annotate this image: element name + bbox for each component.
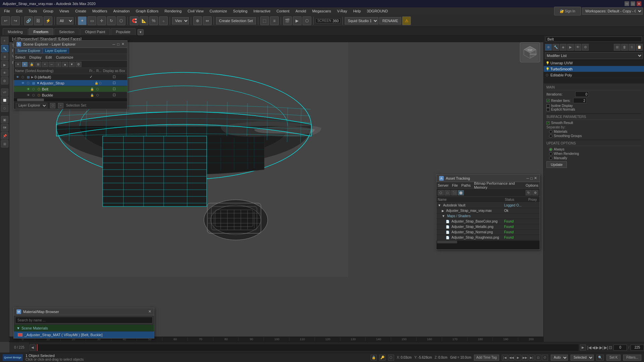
rp-motion-btn[interactable]: ▶ [567, 44, 574, 51]
se-footer-btn2[interactable]: + [58, 103, 63, 108]
menu-3dground[interactable]: 3DGROUND [364, 8, 391, 14]
smooth-result-checkbox[interactable]: ✓ [546, 121, 550, 125]
at-row-basecolor[interactable]: 📄 Adjuster_Strap_BaseColor.png Found [436, 219, 540, 224]
se-menu-edit[interactable]: Edit [46, 55, 52, 59]
btn-play[interactable]: ▶ [596, 345, 599, 350]
at-menu-options[interactable]: Options [526, 183, 538, 187]
scene-explorer-scrollbar[interactable] [14, 98, 127, 102]
menu-animation[interactable]: Animation [111, 8, 132, 14]
filter-dropdown[interactable]: All [57, 17, 73, 24]
sign-in-button[interactable]: 🔐 Sign In [554, 7, 581, 15]
se-btn-lock[interactable]: 🔒 [29, 62, 35, 67]
total-frames-input[interactable] [631, 345, 644, 351]
rp-util-btn[interactable]: ⚙ [582, 44, 589, 51]
scale-button[interactable]: ⬡ [117, 16, 125, 25]
spinner-snap-button[interactable]: ⬦ [159, 16, 168, 25]
at-menu-bitmap[interactable]: Bitmap Performance and Memory [474, 181, 522, 189]
se-tab-layer[interactable]: Layer Explorer [43, 48, 69, 54]
scene-explorer-button[interactable]: ≡ [270, 16, 279, 25]
iterations-input[interactable] [575, 92, 589, 97]
sidebar-hierarchy[interactable]: ⊕ [1, 53, 8, 60]
tab-options-button[interactable]: ▼ [138, 29, 144, 35]
menu-interactive[interactable]: Interactive [251, 8, 273, 14]
menu-customize[interactable]: Customize [207, 8, 230, 14]
timeline-next-btn[interactable]: ▶ [580, 345, 586, 351]
object-name-input[interactable] [546, 37, 642, 42]
layer-button[interactable]: ⬚ [260, 16, 269, 25]
pb-play[interactable]: ▶ [515, 355, 521, 361]
asset-tracking-scrollbar[interactable] [436, 241, 540, 244]
isoline-checkbox[interactable] [546, 104, 550, 108]
status-lock-button[interactable]: 🔒 [371, 355, 377, 361]
status-key-button[interactable]: 🔑 [379, 355, 385, 361]
menu-tools[interactable]: Tools [26, 8, 40, 14]
modifier-unwrap-uvw[interactable]: 💡 Unwrap UVW [544, 60, 644, 66]
snap-button[interactable]: 🧲 [130, 16, 139, 25]
se-btn-link[interactable]: ⊞ [35, 62, 41, 67]
scene-explorer-header[interactable]: S Scene Explorer - Layer Explorer ─ □ ✕ [14, 41, 127, 48]
rp-create-btn[interactable]: ⊕ [545, 44, 552, 51]
timeline-track[interactable] [37, 344, 579, 351]
menu-megascans[interactable]: Megascans [310, 8, 334, 14]
menu-file[interactable]: File [1, 8, 13, 14]
maximize-button[interactable]: □ [631, 1, 635, 6]
se-menu-customize[interactable]: Customize [56, 55, 73, 59]
menu-arnold[interactable]: Arnold [293, 8, 309, 14]
selected-dropdown[interactable]: Selected [571, 355, 594, 361]
materials-radio[interactable]: Materials [549, 130, 641, 133]
sidebar-align[interactable]: ⊞ [1, 140, 8, 147]
se-btn-collapse[interactable]: ─ [49, 62, 55, 67]
menu-modifiers[interactable]: Modifiers [90, 8, 110, 14]
explicit-normals-checkbox[interactable] [546, 108, 550, 111]
menu-help[interactable]: Help [351, 8, 364, 14]
mat-browser-item[interactable]: _Adjuster_Strap_MAT ( VRayMtl ) [Belt, B… [14, 331, 154, 338]
at-menu-file[interactable]: File [452, 183, 458, 187]
modifier-turbosmooth[interactable]: 💡 TurboSmooth [544, 66, 644, 72]
current-frame-input[interactable] [613, 345, 627, 351]
at-btn1[interactable]: ⬡ [438, 190, 444, 195]
bind-button[interactable]: ⚡ [44, 16, 52, 25]
render-setup-button[interactable]: 🎬 [283, 16, 292, 25]
smoothing-groups-radio[interactable]: Smoothing Groups [549, 134, 641, 138]
material-editor-button[interactable]: ⬡ [303, 16, 311, 25]
se-footer-btn1[interactable]: ⬡ [50, 103, 55, 108]
se-btn-up[interactable]: ▲ [62, 62, 68, 67]
rename-button[interactable]: RENAME [379, 17, 401, 24]
rp-copy-btn[interactable]: ⎘ [629, 44, 635, 51]
sidebar-create[interactable]: + [1, 37, 8, 44]
render-iters-input[interactable] [573, 98, 587, 103]
sidebar-material[interactable]: ▣ [1, 116, 8, 123]
modifier-list-dropdown[interactable]: Modifier List [545, 52, 643, 59]
close-button[interactable]: ✕ [637, 1, 641, 6]
se-menu-select[interactable]: Select [15, 55, 25, 59]
se-btn-filter[interactable]: ✦ [22, 62, 28, 67]
timeline-prev-btn[interactable]: ◀ [30, 345, 36, 351]
tab-modeling[interactable]: Modeling [3, 28, 28, 35]
at-row-max-file[interactable]: ▶ Adjuster_Strap_max_vray.max Ok [436, 208, 540, 214]
workspace-studio-dropdown[interactable]: Squid Studio 1 [345, 17, 378, 24]
btn-next[interactable]: ▶| [599, 345, 603, 350]
update-button[interactable]: Update [546, 161, 567, 168]
scene-explorer-close[interactable]: ✕ [121, 42, 124, 46]
menu-edit[interactable]: Edit [13, 8, 25, 14]
link-button[interactable]: 🔗 [24, 16, 33, 25]
create-selection-set-button[interactable]: Create Selection Set [216, 17, 256, 24]
at-row-roughness[interactable]: 📄 Adjuster_Strap_Roughness.png Found [436, 235, 540, 240]
btn-playback[interactable]: ⊡ [609, 345, 612, 350]
sidebar-viewport2[interactable]: ⬜ [1, 97, 8, 104]
sidebar-map[interactable]: 🗺 [1, 124, 8, 131]
pb-time[interactable]: ⏱ [542, 355, 548, 361]
angle-snap-button[interactable]: 📐 [140, 16, 148, 25]
asset-tracking-close[interactable]: ✕ [534, 176, 537, 180]
sidebar-snap[interactable]: 📌 [1, 132, 8, 139]
manually-radio[interactable]: Manually [549, 156, 641, 160]
at-menu-paths[interactable]: Paths [461, 183, 471, 187]
always-radio[interactable]: Always [549, 147, 641, 151]
rp-modify-btn[interactable]: 🔧 [552, 44, 559, 51]
rp-hier-btn[interactable]: ◈ [560, 44, 567, 51]
align-button[interactable]: ⊕ [193, 16, 202, 25]
unlink-button[interactable]: ⛓ [34, 16, 43, 25]
se-btn-sort[interactable]: ↕ [55, 62, 61, 67]
when-rendering-radio[interactable]: When Rendering [549, 152, 641, 156]
mat-browser-category[interactable]: ▼ Scene Materials [14, 325, 154, 331]
